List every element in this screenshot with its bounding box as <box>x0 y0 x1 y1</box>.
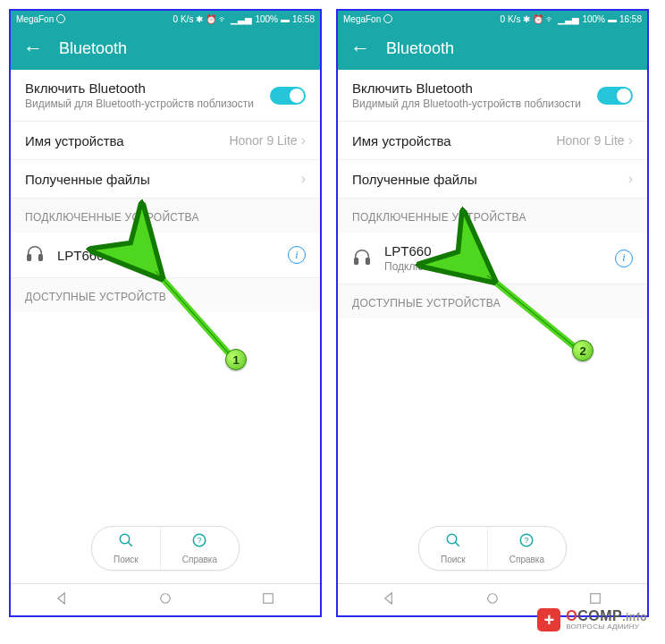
search-label: Поиск <box>114 555 139 564</box>
svg-text:?: ? <box>525 536 529 545</box>
battery-label: 100% <box>582 14 605 24</box>
signal-icon: ▁▃▅ <box>558 14 579 24</box>
device-name: LPT660 <box>57 248 275 263</box>
help-button[interactable]: ? Справка <box>160 527 239 570</box>
nav-back-icon[interactable] <box>382 590 398 610</box>
watermark: + OCOMP.info ВОПРОСЫ АДМИНУ <box>537 608 647 631</box>
paired-device-row[interactable]: LPT660 Подключено i <box>338 233 647 284</box>
bluetooth-icon: ✱ <box>523 14 530 24</box>
svg-line-13 <box>455 542 459 547</box>
svg-rect-10 <box>355 258 358 263</box>
headphones-icon <box>352 247 372 270</box>
battery-label: 100% <box>255 14 278 24</box>
received-files-row[interactable]: Полученные файлы › <box>338 160 647 199</box>
search-label: Поиск <box>441 555 466 564</box>
help-label: Справка <box>182 555 217 564</box>
available-section-header: ДОСТУПНЫЕ УСТРОЙСТВ <box>11 278 320 312</box>
svg-rect-11 <box>366 258 370 263</box>
alarm-icon: ⏰ <box>206 14 216 24</box>
enable-sub: Видимый для Bluetooth-устройств поблизос… <box>25 97 270 110</box>
enable-label: Включить Bluetooth <box>25 80 270 96</box>
received-files-row[interactable]: Полученные файлы › <box>11 160 320 199</box>
enable-label: Включить Bluetooth <box>352 80 597 96</box>
time-label: 16:58 <box>619 14 642 24</box>
help-label: Справка <box>509 555 544 564</box>
connected-section-header: ПОДКЛЮЧЕННЫЕ УСТРОЙСТВА <box>11 199 320 233</box>
received-files-label: Полученные файлы <box>25 172 301 187</box>
svg-point-6 <box>161 593 171 603</box>
bottom-actions: Поиск ? Справка <box>418 526 567 571</box>
time-label: 16:58 <box>292 14 315 24</box>
speed-label: 0 K/s <box>501 14 521 24</box>
ring-icon <box>383 14 392 23</box>
carrier-label: MegaFon <box>16 14 54 24</box>
nav-recent-icon[interactable] <box>260 590 276 610</box>
wifi-icon: ᯤ <box>546 14 555 24</box>
phone-screenshot-1: MegaFon 0 K/s ✱ ⏰ ᯤ ▁▃▅ 100% ▬ 16:58 ← B… <box>9 9 322 617</box>
device-name-label: Имя устройства <box>352 133 556 148</box>
chevron-right-icon: › <box>628 171 633 187</box>
device-name-row[interactable]: Имя устройства Honor 9 Lite › <box>338 122 647 160</box>
bluetooth-toggle[interactable] <box>270 87 306 105</box>
bluetooth-toggle[interactable] <box>597 87 633 105</box>
paired-device-row[interactable]: LPT660 i <box>11 233 320 278</box>
app-bar: ← Bluetooth <box>11 27 320 70</box>
signal-icon: ▁▃▅ <box>231 14 252 24</box>
svg-rect-7 <box>264 593 274 603</box>
watermark-tag: ВОПРОСЫ АДМИНУ <box>566 623 647 631</box>
svg-point-12 <box>447 534 457 544</box>
enable-sub: Видимый для Bluetooth-устройств поблизос… <box>352 97 597 110</box>
svg-point-16 <box>488 593 498 603</box>
nav-recent-icon[interactable] <box>587 590 603 610</box>
search-icon <box>445 532 461 553</box>
received-files-label: Полученные файлы <box>352 172 628 187</box>
page-title: Bluetooth <box>386 39 454 58</box>
enable-bluetooth-row[interactable]: Включить Bluetooth Видимый для Bluetooth… <box>338 70 647 122</box>
chevron-right-icon: › <box>628 132 633 148</box>
info-icon[interactable]: i <box>288 246 306 264</box>
nav-bar <box>11 583 320 615</box>
battery-icon: ▬ <box>281 14 290 24</box>
watermark-brand: OCOMP.info <box>566 609 647 623</box>
status-bar: MegaFon 0 K/s ✱ ⏰ ᯤ ▁▃▅ 100% ▬ 16:58 <box>11 11 320 27</box>
speed-label: 0 K/s <box>173 14 194 24</box>
connected-section-header: ПОДКЛЮЧЕННЫЕ УСТРОЙСТВА <box>338 199 647 233</box>
back-icon[interactable]: ← <box>23 37 43 60</box>
help-button[interactable]: ? Справка <box>487 527 566 570</box>
svg-rect-0 <box>28 255 31 260</box>
nav-back-icon[interactable] <box>55 590 71 610</box>
device-name: LPT660 <box>384 243 602 258</box>
alarm-icon: ⏰ <box>533 14 543 24</box>
search-button[interactable]: Поиск <box>92 527 160 570</box>
ring-icon <box>56 14 65 23</box>
svg-point-2 <box>120 534 130 544</box>
phone-screenshot-2: MegaFon 0 K/s ✱ ⏰ ᯤ ▁▃▅ 100% ▬ 16:58 ← B… <box>336 9 649 617</box>
device-status: Подключено <box>384 260 602 273</box>
svg-rect-17 <box>591 593 601 603</box>
svg-line-3 <box>128 542 132 547</box>
content-area: Включить Bluetooth Видимый для Bluetooth… <box>11 70 320 583</box>
search-button[interactable]: Поиск <box>419 527 487 570</box>
annotation-badge-2: 2 <box>572 340 593 361</box>
info-icon[interactable]: i <box>615 250 633 267</box>
nav-home-icon[interactable] <box>484 590 501 610</box>
svg-rect-1 <box>39 255 43 260</box>
device-name-value: Honor 9 Lite <box>229 133 297 148</box>
battery-icon: ▬ <box>608 14 617 24</box>
nav-home-icon[interactable] <box>157 590 173 610</box>
help-icon: ? <box>518 532 535 553</box>
content-area: Включить Bluetooth Видимый для Bluetooth… <box>338 70 647 583</box>
enable-bluetooth-row[interactable]: Включить Bluetooth Видимый для Bluetooth… <box>11 70 320 122</box>
annotation-badge-1: 1 <box>225 349 247 370</box>
chevron-right-icon: › <box>301 171 306 187</box>
back-icon[interactable]: ← <box>350 37 370 60</box>
carrier-label: MegaFon <box>343 14 381 24</box>
bottom-actions: Поиск ? Справка <box>91 526 240 571</box>
wifi-icon: ᯤ <box>219 14 228 24</box>
available-section-header: ДОСТУПНЫЕ УСТРОЙСТВА <box>338 284 647 318</box>
device-name-label: Имя устройства <box>25 133 229 148</box>
status-bar: MegaFon 0 K/s ✱ ⏰ ᯤ ▁▃▅ 100% ▬ 16:58 <box>338 11 647 27</box>
device-name-row[interactable]: Имя устройства Honor 9 Lite › <box>11 122 320 160</box>
headphones-icon <box>25 243 45 267</box>
bluetooth-icon: ✱ <box>196 14 203 24</box>
